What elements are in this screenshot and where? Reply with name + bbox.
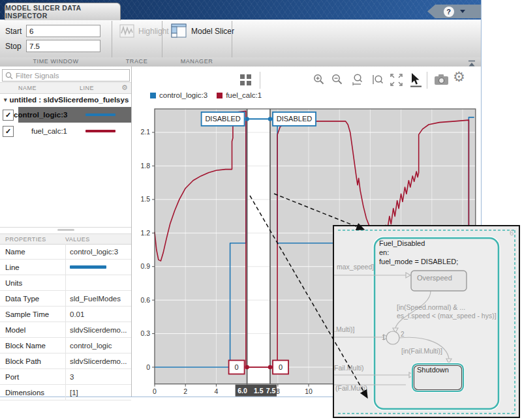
section-time-window: TIME WINDOW xyxy=(0,58,112,65)
property-row-Port: Port3 xyxy=(0,369,131,385)
chevron-down-icon xyxy=(460,10,465,13)
svg-text:2: 2 xyxy=(183,387,187,395)
tree-root-row[interactable]: ▾ untitled : sldvSlicerdemo_fuelsys xyxy=(0,93,131,106)
stateflow-popup: Fuel_Disabled en: fuel_mode = DISABLED; … xyxy=(333,225,520,418)
stop-field-row: Stop xyxy=(5,40,100,52)
search-icon xyxy=(5,72,13,80)
junction-label-1: 1 xyxy=(382,334,386,341)
section-trace: TRACE xyxy=(112,58,162,65)
column-line: LINE xyxy=(80,85,94,91)
property-value: control_logic:3 xyxy=(65,244,131,259)
property-row-Model: ModelsldvSlicerdemo... xyxy=(0,322,131,338)
svg-text:2.1: 2.1 xyxy=(140,128,150,136)
property-label: Name xyxy=(0,248,65,256)
property-value: sldvSlicerdemo... xyxy=(65,322,131,337)
signal-checkbox[interactable]: ✓ xyxy=(3,110,14,121)
property-label: Block Path xyxy=(0,357,65,365)
clipped-label-fail-multi-2: (Fail.Multi) xyxy=(335,384,367,392)
highlight-icon xyxy=(119,24,135,38)
app-tab[interactable]: MODEL SLICER DATA INSPECTOR xyxy=(5,3,121,20)
stop-label: Stop xyxy=(5,42,26,51)
property-row-Block Name: Block Namecontrol_logic xyxy=(0,338,131,353)
state-entry-keyword: en: xyxy=(379,248,389,256)
model-slicer-label: Model Slicer xyxy=(191,27,234,36)
svg-text:DISABLED: DISABLED xyxy=(205,115,240,123)
svg-text:DISABLED: DISABLED xyxy=(277,115,312,123)
filter-placeholder: Filter Signals xyxy=(16,72,59,80)
property-label: Line xyxy=(0,263,65,271)
property-row-Sample Time: Sample Time0.01 xyxy=(0,307,131,322)
model-slicer-icon xyxy=(171,23,187,38)
svg-text:0: 0 xyxy=(153,387,157,395)
highlight-button[interactable] xyxy=(119,24,135,41)
svg-text:0: 0 xyxy=(235,363,239,371)
property-value: [1] xyxy=(65,385,131,400)
values-column: VALUES xyxy=(65,236,90,243)
svg-text:6.0: 6.0 xyxy=(238,387,247,395)
gear-icon[interactable]: ⚙ xyxy=(121,83,128,92)
signal-name: fuel_calc:1 xyxy=(14,127,67,135)
property-row-Name: Namecontrol_logic:3 xyxy=(0,244,131,260)
start-input[interactable] xyxy=(26,25,100,37)
speed-condition-line2: es_i.speed < (max_speed - hys)] xyxy=(397,312,497,320)
property-label: Block Name xyxy=(0,342,65,350)
property-label: Sample Time xyxy=(0,310,65,318)
stop-input[interactable] xyxy=(26,40,100,52)
svg-text:0: 0 xyxy=(279,363,283,371)
svg-text:0.6: 0.6 xyxy=(140,296,150,304)
start-label: Start xyxy=(5,27,26,36)
property-label: Model xyxy=(0,326,65,334)
clipped-label-fail-multi: Fail.Multi) xyxy=(334,364,364,372)
property-value: sldvSlicerdemo... xyxy=(65,353,131,368)
signal-row-control_logic:3[interactable]: ✓control_logic:3 xyxy=(0,107,131,123)
property-label: Port xyxy=(0,373,65,381)
svg-text:0: 0 xyxy=(146,363,150,371)
panel-splitter[interactable] xyxy=(0,227,131,233)
speed-condition-line1: [in(Speed.normal) & ... xyxy=(397,303,465,311)
clipped-label-max-speed: max_speed] xyxy=(337,263,374,271)
ribbon: Start Stop Highlight xyxy=(0,20,481,57)
svg-text:4: 4 xyxy=(214,387,218,395)
tree-root-label: untitled : sldvSlicerdemo_fuelsys xyxy=(10,96,129,104)
svg-text:1.8: 1.8 xyxy=(140,162,150,170)
svg-text:1.2: 1.2 xyxy=(140,229,150,237)
filter-signals-input[interactable]: Filter Signals xyxy=(2,69,130,82)
property-label: Units xyxy=(0,279,65,287)
properties-header: PROPERTIES VALUES xyxy=(0,233,131,245)
signal-sidebar: Filter Signals NAME LINE ⚙ ▾ untitled : … xyxy=(0,67,132,397)
svg-text:10: 10 xyxy=(305,387,313,395)
signal-line-swatch xyxy=(85,130,115,132)
property-row-Data Type: Data Typesld_FuelModes xyxy=(0,291,131,307)
help-button[interactable]: ? xyxy=(427,5,481,18)
model-slicer-button[interactable] xyxy=(171,23,187,41)
help-icon: ? xyxy=(444,7,454,17)
property-row-Line: Line xyxy=(0,260,131,275)
section-manager: MANAGER xyxy=(162,58,232,65)
clipped-label-multi: .Multi)] xyxy=(334,325,355,333)
signal-checkbox[interactable]: ✓ xyxy=(3,126,14,137)
svg-text:7.5: 7.5 xyxy=(266,387,276,395)
highlight-label: Highlight xyxy=(138,27,169,36)
property-row-Block Path: Block PathsldvSlicerdemo... xyxy=(0,353,131,369)
property-row-Units: Units xyxy=(0,275,131,291)
property-value xyxy=(65,260,131,275)
svg-text:0.3: 0.3 xyxy=(140,329,150,337)
shutdown-label: Shutdown xyxy=(417,366,449,374)
property-value: control_logic xyxy=(65,338,131,353)
junction-icon xyxy=(386,331,399,344)
signal-columns-header: NAME LINE ⚙ xyxy=(0,82,131,94)
svg-text:1.5: 1.5 xyxy=(254,387,264,395)
ribbon-sections-row: TIME WINDOW TRACE MANAGER xyxy=(0,57,481,67)
property-value xyxy=(65,275,131,290)
signal-row-fuel_calc:1[interactable]: ✓fuel_calc:1 xyxy=(0,123,131,139)
property-value: 3 xyxy=(65,369,131,384)
signal-line-swatch xyxy=(85,113,115,116)
overspeed-label: Overspeed xyxy=(417,274,452,282)
app-tab-label: MODEL SLICER DATA INSPECTOR xyxy=(5,4,120,20)
chart-corner-number: 6 xyxy=(510,229,514,237)
svg-text:0.9: 0.9 xyxy=(140,262,150,270)
property-label: Dimensions xyxy=(0,389,65,397)
column-name: NAME xyxy=(18,85,37,91)
tree-expander-icon[interactable]: ▾ xyxy=(4,97,7,103)
properties-column: PROPERTIES xyxy=(5,236,46,243)
